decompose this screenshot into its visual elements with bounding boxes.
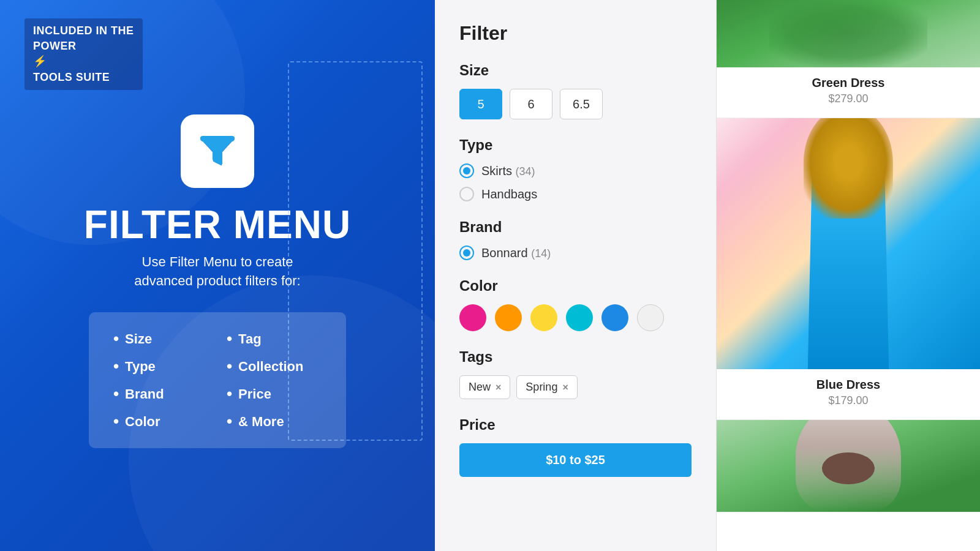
type-skirts-count: (34)	[516, 165, 535, 178]
size-btn-5[interactable]: 5	[459, 89, 502, 119]
swatch-pink[interactable]	[459, 304, 486, 331]
filter-menu-title: FILTER MENU	[84, 205, 351, 244]
filter-icon-wrap	[181, 114, 254, 188]
tags-label: Tags	[459, 348, 692, 365]
product-card-1: Green Dress $279.00	[717, 0, 980, 118]
feature-more: & More	[227, 412, 322, 431]
color-label: Color	[459, 277, 692, 294]
swatch-teal[interactable]	[566, 304, 593, 331]
filter-heading: Filter	[459, 22, 692, 45]
product-name-1: Green Dress	[729, 76, 968, 90]
brand-radio-group: Bonnard (14)	[459, 246, 692, 260]
tag-spring-remove[interactable]: ×	[562, 382, 568, 393]
tags-row: New × Spring ×	[459, 375, 692, 399]
feature-type: Type	[113, 357, 208, 376]
badge-line1: INCLUDED IN THE	[33, 23, 134, 39]
brand-section: Brand Bonnard (14)	[459, 219, 692, 260]
brand-bonnard-count: (14)	[531, 247, 551, 260]
type-skirts[interactable]: Skirts (34)	[459, 163, 692, 178]
brand-bonnard-label: Bonnard (14)	[481, 246, 551, 260]
features-box: Size Tag Type Collection Brand Price Col…	[89, 312, 346, 448]
price-label: Price	[459, 416, 692, 433]
swatch-orange[interactable]	[495, 304, 522, 331]
filter-subtitle: Use Filter Menu to create advanced produ…	[134, 253, 300, 291]
badge: INCLUDED IN THE POWER⚡TOOLS SUITE	[24, 18, 143, 90]
radio-handbags-icon	[459, 187, 474, 201]
product-image-green	[717, 0, 980, 67]
swatch-yellow[interactable]	[530, 304, 557, 331]
features-grid: Size Tag Type Collection Brand Price Col…	[113, 329, 322, 431]
color-swatches	[459, 304, 692, 331]
product-card-2: Blue Dress $179.00	[717, 118, 980, 420]
product-info-1: Green Dress $279.00	[717, 67, 980, 118]
product-price-1: $279.00	[729, 92, 968, 105]
product-card-3	[717, 420, 980, 512]
tag-spring: Spring ×	[516, 375, 577, 399]
product-name-2: Blue Dress	[729, 378, 968, 392]
size-btn-65[interactable]: 6.5	[560, 89, 603, 119]
tags-section: Tags New × Spring ×	[459, 348, 692, 399]
left-panel: INCLUDED IN THE POWER⚡TOOLS SUITE FILTER…	[0, 0, 435, 551]
feature-tag: Tag	[227, 329, 322, 348]
feature-color: Color	[113, 412, 208, 431]
type-label: Type	[459, 137, 692, 154]
brand-bonnard[interactable]: Bonnard (14)	[459, 246, 692, 260]
filter-panel: Filter Size 5 6 6.5 Type Skirts (34) Han…	[435, 0, 717, 551]
size-buttons: 5 6 6.5	[459, 89, 692, 119]
type-section: Type Skirts (34) Handbags	[459, 137, 692, 201]
filter-funnel-icon	[195, 129, 239, 173]
size-section: Size 5 6 6.5	[459, 62, 692, 119]
type-handbags-label: Handbags	[481, 187, 537, 201]
radio-skirts-icon	[459, 163, 474, 178]
tag-new-remove[interactable]: ×	[496, 382, 501, 393]
type-handbags[interactable]: Handbags	[459, 187, 692, 201]
size-label: Size	[459, 62, 692, 79]
price-section: Price $10 to $25	[459, 416, 692, 477]
price-button[interactable]: $10 to $25	[459, 443, 692, 477]
svg-rect-0	[195, 129, 239, 173]
type-skirts-label: Skirts (34)	[481, 164, 535, 178]
product-image-green3	[717, 420, 980, 512]
badge-line2: POWER⚡TOOLS SUITE	[33, 39, 134, 85]
feature-collection: Collection	[227, 357, 322, 376]
product-info-2: Blue Dress $179.00	[717, 369, 980, 419]
tag-new-label: New	[469, 381, 491, 394]
product-image-blue	[717, 118, 980, 369]
brand-label: Brand	[459, 219, 692, 236]
feature-brand: Brand	[113, 384, 208, 403]
feature-price: Price	[227, 384, 322, 403]
swatch-white[interactable]	[637, 304, 664, 331]
swatch-blue[interactable]	[601, 304, 628, 331]
tag-new: New ×	[459, 375, 510, 399]
size-btn-6[interactable]: 6	[510, 89, 552, 119]
products-panel: Green Dress $279.00 Blue Dress $179.00	[717, 0, 980, 551]
tag-spring-label: Spring	[526, 381, 557, 394]
type-radio-group: Skirts (34) Handbags	[459, 163, 692, 201]
radio-bonnard-icon	[459, 246, 474, 260]
feature-size: Size	[113, 329, 208, 348]
product-price-2: $179.00	[729, 394, 968, 407]
color-section: Color	[459, 277, 692, 331]
